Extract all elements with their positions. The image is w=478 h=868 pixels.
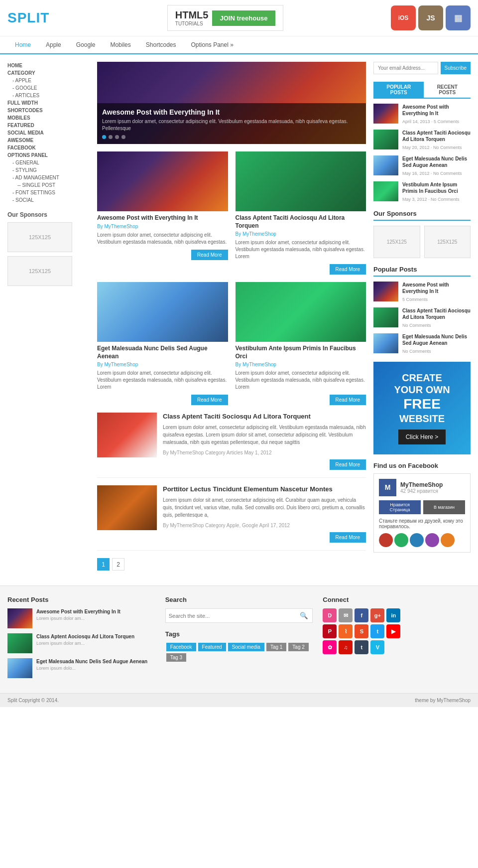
read-more-button[interactable]: Read More (191, 395, 228, 405)
youtube-icon[interactable]: ▶ (386, 624, 400, 638)
nav-item-options[interactable]: Options Panel » (183, 36, 240, 53)
grid-post-author: By MyThemeShop (236, 231, 366, 237)
popular-post-2-item: Class Aptent Taciti Aociosqu Ad Litora T… (373, 307, 471, 328)
sidebar-menu-item[interactable]: - GENERAL (7, 159, 90, 166)
list-post-excerpt: Lorem ipsum dolor amet, consectetur adip… (163, 424, 366, 446)
sponsor-right-1[interactable]: 125X125 (373, 226, 420, 258)
sidebar-menu-item[interactable]: SHORTCODES (7, 107, 90, 114)
page-1[interactable]: 1 (97, 558, 110, 571)
sidebar-menu-item[interactable]: - AD MANAGEMENT (7, 174, 90, 181)
fb-name: MyThemeShop (400, 481, 443, 488)
tag[interactable]: Facebook (166, 643, 196, 651)
google-icon[interactable]: g+ (370, 608, 384, 622)
ios-icon: iOS (391, 5, 416, 30)
logo[interactable]: SPLIT (7, 10, 49, 26)
fb-shop-button[interactable]: В магазин (423, 500, 465, 514)
nav-item-apple[interactable]: Apple (38, 36, 69, 53)
footer-post-title: Awesome Post with Everything In It (36, 608, 120, 615)
sidebar-menu-item[interactable]: FEATURED (7, 122, 90, 129)
nav-item-home[interactable]: Home (7, 36, 38, 54)
footer-search-input[interactable] (166, 609, 296, 622)
vimeo-icon[interactable]: V (370, 640, 384, 654)
sidebar-menu-item[interactable]: - GOOGLE (7, 84, 90, 92)
page-2[interactable]: 2 (112, 558, 124, 571)
tag[interactable]: Tag 3 (166, 653, 186, 662)
read-more-button[interactable]: Read More (330, 532, 366, 543)
stumbleupon-icon[interactable]: S (355, 624, 368, 638)
sidebar-menu-item[interactable]: MOBILES (7, 114, 90, 122)
read-more-button[interactable]: Read More (191, 250, 228, 260)
sidebar-menu-item[interactable]: - SOCIAL (7, 196, 90, 204)
linkedin-icon[interactable]: in (386, 608, 400, 622)
sponsors-title-right: Our Sponsors (373, 210, 471, 221)
sidebar-menu-item[interactable]: FULL WIDTH (7, 99, 90, 107)
featured-excerpt: Lorem ipsum dolor amet, consectetur adip… (102, 118, 361, 132)
rss-icon[interactable]: ⌇ (339, 624, 353, 638)
sidebar-menu-item[interactable]: FACEBOOK (7, 144, 90, 151)
create-website-ad[interactable]: CREATE YOUR OWN FREE WEBSITE Click Here … (373, 362, 471, 454)
dribbble-icon[interactable]: D (323, 608, 337, 622)
sidebar-menu-item[interactable]: AWESOME (7, 137, 90, 144)
tumblr-icon[interactable]: t (355, 640, 368, 654)
grid-post: Eget Malesuada Nunc Delis Sed Augue Aene… (97, 282, 228, 405)
subscribe-button[interactable]: Subscribe (441, 62, 471, 74)
tag[interactable]: Featured (198, 643, 226, 651)
sponsor-box-1[interactable]: 125X125 (7, 222, 72, 252)
ad-cta[interactable]: Click Here > (398, 430, 446, 444)
sidebar-menu-item[interactable]: -- SINGLE POST (7, 181, 90, 189)
facebook-icon[interactable]: f (355, 608, 368, 622)
list-post: Class Aptent Taciti Sociosqu Ad Litora T… (97, 413, 366, 478)
popular-post-2-comments: No Comments (402, 323, 431, 328)
pinterest-icon[interactable]: P (323, 624, 337, 638)
tab-popular[interactable]: POPULAR POSTS (373, 82, 424, 98)
email-icon[interactable]: ✉ (339, 608, 353, 622)
grid-post-author: By MyThemeShop (97, 362, 228, 367)
read-more-button[interactable]: Read More (330, 395, 366, 405)
tab-recent[interactable]: RECENT POSTS (424, 82, 471, 98)
html5-text: HTML5 (175, 9, 209, 20)
header-banner: HTML5 TUTORIALS JOIN treehouse (64, 5, 386, 31)
popular-post-title: Class Aptent Taciti Aociosqu Ad Litora T… (402, 130, 471, 143)
footer-post-title: Eget Malesuada Nunc Delis Sed Augue Aene… (36, 658, 147, 665)
footer-search-button[interactable]: 🔍 (296, 609, 312, 622)
sidebar-menu-item[interactable]: - APPLE (7, 77, 90, 84)
twitter-icon[interactable]: t (370, 624, 384, 638)
read-more-button[interactable]: Read More (330, 264, 366, 275)
footer-recent-post: Awesome Post with Everything In It Lorem… (7, 608, 155, 628)
popular-post-date: May 16, 2012 · No Comments (402, 171, 462, 176)
sponsor-right-2[interactable]: 125X125 (424, 226, 471, 258)
sidebar-menu-item[interactable]: CATEGORY (7, 69, 90, 77)
sidebar-menu-item[interactable]: OPTIONS PANEL (7, 151, 90, 159)
tag[interactable]: Social media (228, 643, 264, 651)
grid-post-title: Class Aptent Taciti Aociosqu Ad Litora T… (236, 214, 366, 230)
footer-post-excerpt: Lorem ipsum dolor am... (36, 616, 120, 621)
tag[interactable]: Tag 1 (266, 643, 286, 651)
lastfm-icon[interactable]: ♫ (339, 640, 353, 654)
footer-search-title: Search (165, 596, 313, 603)
join-treehouse-button[interactable]: JOIN treehouse (212, 10, 275, 26)
sponsors-section-left: Our Sponsors 125X125 125X125 (7, 211, 90, 286)
sidebar-menu-item[interactable]: - ARTICLES (7, 92, 90, 99)
fb-like-button[interactable]: Нравится Страница (379, 500, 421, 514)
theme-by: theme by MyThemeShop (415, 698, 471, 703)
sidebar-menu-item[interactable]: SOCIAL MEDIA (7, 129, 90, 137)
flickr-icon[interactable]: ✿ (323, 640, 337, 654)
grid-post-author: By MyThemeShop (236, 362, 366, 367)
sidebar-menu-item[interactable]: - STYLING (7, 166, 90, 174)
popular-post-2-title: Eget Malesuada Nunc Delis Sed Augue Aene… (402, 333, 471, 346)
nav-item-google[interactable]: Google (69, 36, 103, 53)
sponsor-box-2[interactable]: 125X125 (7, 256, 72, 286)
email-input[interactable] (373, 62, 438, 74)
nav-item-shortcodes[interactable]: Shortcodes (138, 36, 184, 53)
tag[interactable]: Tag 2 (288, 643, 308, 651)
main-nav: Home Apple Google Mobiles Shortcodes Opt… (0, 36, 478, 54)
nav-item-mobiles[interactable]: Mobiles (103, 36, 138, 53)
popular-post-item: Awesome Post with Everything In It April… (373, 104, 471, 125)
footer-recent-post: Eget Malesuada Nunc Delis Sed Augue Aene… (7, 658, 155, 678)
sidebar-menu-item[interactable]: HOME (7, 62, 90, 69)
header-icons: iOS JS ▦ (391, 5, 471, 30)
posts-tabs: POPULAR POSTS RECENT POSTS Awesome Post … (373, 82, 471, 202)
list-post-meta: By MyThemeShop Category Articles May 1, … (163, 450, 366, 455)
read-more-button[interactable]: Read More (330, 459, 366, 470)
sidebar-menu-item[interactable]: - FONT SETTINGS (7, 189, 90, 196)
